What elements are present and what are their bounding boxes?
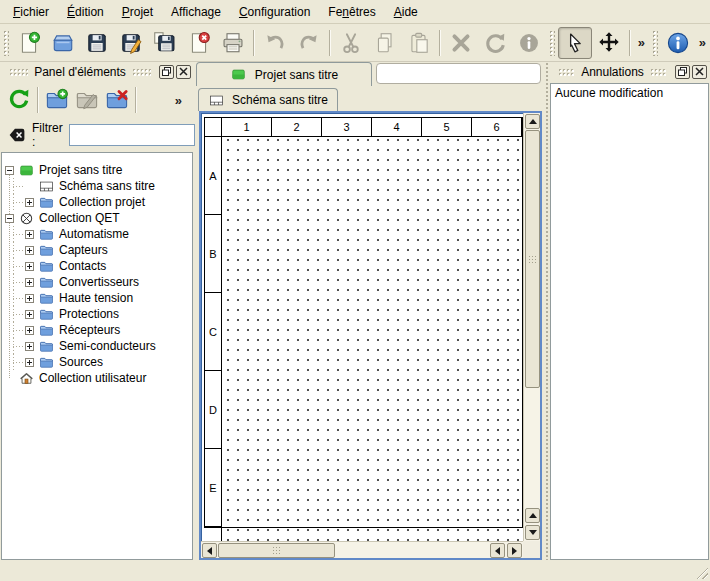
move-tool-button[interactable] [592, 27, 626, 59]
filter-row: Filtrer : [0, 118, 194, 152]
tree-expander-plus[interactable] [25, 294, 34, 303]
toolbar-handle[interactable] [652, 30, 658, 56]
tree-expander-plus[interactable] [25, 230, 34, 239]
panel-drag-texture[interactable] [650, 68, 667, 76]
about-qet-button[interactable] [661, 27, 695, 59]
resize-grip[interactable] [695, 566, 708, 579]
save-icon [85, 31, 109, 55]
tree-expander-plus[interactable] [25, 198, 34, 207]
arrow-right-icon [512, 547, 517, 555]
filter-input[interactable] [69, 124, 195, 146]
tree-item-capteurs[interactable]: Capteurs [2, 242, 192, 258]
folder-icon [39, 227, 54, 242]
menu-fenetres[interactable]: Fenêtres [319, 2, 384, 22]
tree-expander-plus[interactable] [25, 342, 34, 351]
float-panel-button[interactable] [159, 65, 174, 79]
scroll-left-button[interactable] [202, 543, 217, 558]
about-qet-icon [666, 31, 690, 55]
undo-panel: Annulations Aucune modification [549, 62, 710, 560]
tree-expander-plus[interactable] [25, 358, 34, 367]
clear-filter-icon[interactable] [8, 126, 26, 144]
tree-item-label: Collection QET [39, 211, 120, 225]
panel-drag-texture[interactable] [132, 68, 151, 76]
tree-expander-plus[interactable] [25, 310, 34, 319]
scrollbar-corner [523, 541, 540, 558]
qet-icon [19, 211, 34, 226]
vertical-scrollbar[interactable] [523, 113, 540, 541]
close-panel-button[interactable] [692, 65, 707, 79]
scroll-up-button-2[interactable] [525, 508, 540, 523]
diagram-view[interactable]: 123456ABCDE [199, 111, 542, 560]
tree-item-automatisme[interactable]: Automatisme [2, 226, 192, 242]
tree-expander-plus[interactable] [25, 278, 34, 287]
vertical-scroll-thumb[interactable] [525, 130, 540, 388]
toolbar-overflow-button[interactable]: » [634, 35, 649, 50]
tree-item-sources[interactable]: Sources [2, 354, 192, 370]
save-button[interactable] [80, 27, 114, 59]
scroll-left-button-2[interactable] [490, 543, 505, 558]
print-button[interactable] [216, 27, 250, 59]
elements-panel-toolbar: » [0, 82, 194, 118]
menu-fichier[interactable]: Fichier [4, 2, 58, 22]
save-all-icon [153, 31, 177, 55]
arrow-left-icon [207, 547, 212, 555]
scroll-right-button[interactable] [507, 543, 522, 558]
toolbar-handle[interactable] [549, 30, 555, 56]
tree-expander-minus[interactable] [5, 214, 14, 223]
folder-icon [39, 275, 54, 290]
delete-category-button[interactable] [102, 85, 132, 115]
save-all-button[interactable] [148, 27, 182, 59]
float-panel-button[interactable] [675, 65, 690, 79]
horizontal-scrollbar[interactable] [201, 541, 523, 558]
project-tab[interactable]: Projet sans titre [196, 62, 372, 86]
close-file-button[interactable] [182, 27, 216, 59]
elements-tree-items: Projet sans titreSchéma sans titreCollec… [2, 153, 192, 386]
project-tab-bar: Projet sans titre [196, 62, 545, 86]
panel-drag-texture[interactable] [558, 68, 575, 76]
tree-expander-plus[interactable] [25, 326, 34, 335]
toolbar-overflow-button[interactable]: » [695, 35, 710, 50]
tree-item-haute-tension[interactable]: Haute tension [2, 290, 192, 306]
horizontal-scroll-thumb[interactable] [218, 543, 335, 558]
tree-expander-plus[interactable] [25, 262, 34, 271]
tree-item-collection-qet[interactable]: Collection QET [2, 210, 192, 226]
new-document-button[interactable] [12, 27, 46, 59]
diagram-canvas[interactable]: 123456ABCDE [201, 113, 540, 558]
tree-item-collection-utilisateur[interactable]: Collection utilisateur [2, 370, 192, 386]
panel-drag-texture[interactable] [9, 68, 28, 76]
menu-edition[interactable]: Édition [58, 2, 113, 22]
tree-item-recepteurs[interactable]: Récepteurs [2, 322, 192, 338]
menu-projet[interactable]: Projet [113, 2, 162, 22]
close-panel-button[interactable] [176, 65, 191, 79]
tree-item-convertisseurs[interactable]: Convertisseurs [2, 274, 192, 290]
tree-item-semi-conducteurs[interactable]: Semi-conducteurs [2, 338, 192, 354]
toolbar-handle[interactable] [3, 30, 9, 56]
toolbar-separator [329, 30, 331, 56]
tree-item-projet-sans-titre[interactable]: Projet sans titre [2, 162, 192, 178]
undo-list-item[interactable]: Aucune modification [551, 84, 708, 102]
tree-expander-plus[interactable] [25, 246, 34, 255]
schema-tab[interactable]: Schéma sans titre [198, 88, 338, 111]
tree-item-schema-sans-titre[interactable]: Schéma sans titre [2, 178, 192, 194]
menu-aide[interactable]: Aide [385, 2, 427, 22]
select-tool-button[interactable] [558, 27, 592, 59]
project-icon [230, 67, 247, 82]
toolbar-overflow-button[interactable]: » [171, 93, 186, 108]
open-file-button[interactable] [46, 27, 80, 59]
save-as-icon [119, 31, 143, 55]
tree-expander-minus[interactable] [5, 166, 14, 175]
status-bar [0, 560, 710, 581]
tree-item-protections[interactable]: Protections [2, 306, 192, 322]
scroll-up-button[interactable] [525, 114, 540, 129]
tree-item-contacts[interactable]: Contacts [2, 258, 192, 274]
workspace: Projet sans titre Schéma sans titre 1234… [196, 62, 545, 560]
float-icon [678, 65, 687, 79]
select-tool-icon [563, 31, 587, 55]
scroll-down-button[interactable] [525, 525, 540, 540]
save-as-button[interactable] [114, 27, 148, 59]
menu-configuration[interactable]: Configuration [230, 2, 319, 22]
tree-item-collection-projet[interactable]: Collection projet [2, 194, 192, 210]
new-category-button[interactable] [42, 85, 72, 115]
reload-collections-button[interactable] [4, 85, 34, 115]
menu-affichage[interactable]: Affichage [162, 2, 230, 22]
